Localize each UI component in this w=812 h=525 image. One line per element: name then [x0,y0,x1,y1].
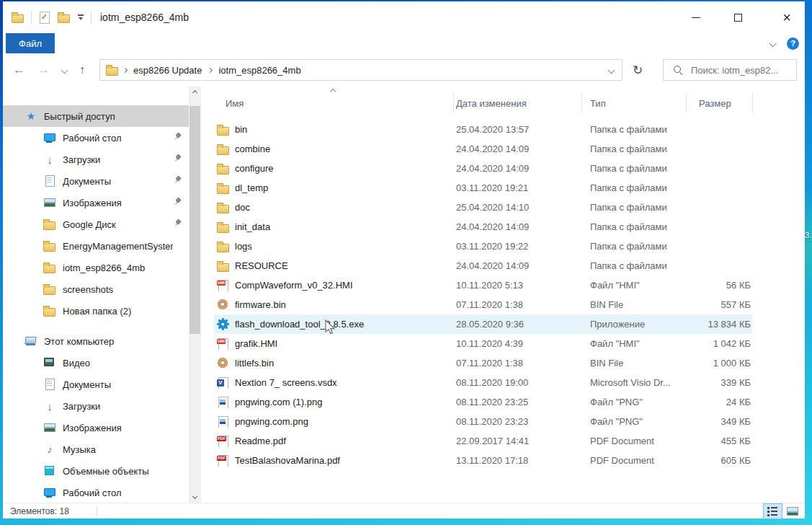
quick-access-toolbar [3,11,92,24]
sidebar-item[interactable]: Документы [3,170,189,192]
column-headers: Имя Дата изменения Тип Размер [201,87,805,120]
sidebar-item[interactable]: Быстрый доступ [3,105,189,127]
sidebar-item[interactable]: Рабочий стол [3,482,189,503]
sidebar-item[interactable]: Изображения [3,417,189,438]
file-row[interactable]: grafik.HMI 10.11.2020 4:39 Файл "HMI" 1 … [201,334,805,353]
file-row[interactable]: Nextion 7_ screens.vsdx 08.11.2020 19:00… [201,373,805,392]
properties-check-icon[interactable] [38,11,51,24]
back-button[interactable]: ← [13,63,25,77]
file-row[interactable]: combine 24.04.2020 14:09 Папка с файлами [201,139,805,159]
file-row[interactable]: bin 25.04.2020 13:57 Папка с файлами [201,120,805,139]
ribbon-collapse-icon[interactable] [769,40,777,47]
close-button[interactable]: × [777,1,796,33]
file-row[interactable]: logs 03.11.2020 19:22 Папка с файлами [201,237,805,256]
pin-icon[interactable] [173,154,182,165]
sidebar-item[interactable]: Новая папка (2) [3,300,189,322]
ribbon-tabs [55,33,156,53]
file-row[interactable]: doc 25.04.2020 14:10 Папка с файлами [201,198,805,217]
details-view-icon [767,507,778,516]
maximize-button[interactable] [728,1,747,33]
breadcrumb-segment[interactable]: iotm_esp8266_4mb [212,65,307,76]
recent-locations-icon[interactable] [61,66,68,74]
refresh-button[interactable]: ↻ [625,59,650,81]
pin-icon[interactable] [173,219,182,230]
scrollbar-thumb[interactable] [189,106,200,334]
column-header-name[interactable]: Имя [217,92,453,114]
file-type: Файл "HMI" [581,338,686,349]
forward-button[interactable]: → [37,63,50,77]
address-dropdown-button[interactable] [600,60,622,80]
sidebar-item[interactable]: Рабочий стол [3,127,189,149]
file-name: littlefs.bin [235,358,274,369]
column-header-type[interactable]: Тип [581,92,686,114]
folder-icon [43,239,56,252]
sidebar-item[interactable]: Загрузки [3,149,189,170]
scroll-down-button[interactable] [189,490,201,503]
sidebar-item[interactable]: Загрузки [3,395,189,417]
pin-icon[interactable] [173,132,182,144]
file-row[interactable]: littlefs.bin 07.11.2020 1:38 BIN File 1 … [201,353,805,373]
folder-icon [217,162,229,175]
sidebar-item[interactable]: EnergyManagementSystemN [3,235,189,257]
sidebar-item[interactable]: Музыка [3,438,189,460]
column-header-size[interactable]: Размер [686,92,752,114]
ribbon-tab[interactable] [126,33,156,53]
file-size: 13 834 КБ [686,319,752,330]
minimize-button[interactable] [687,1,705,33]
sidebar-item[interactable]: Изображения [3,192,189,213]
file-date: 07.11.2020 1:38 [453,299,581,310]
desktop-icon [43,131,56,144]
details-view-button[interactable] [763,503,782,519]
sidebar-item-label: Загрузки [63,154,100,165]
sidebar-item[interactable]: Видео [3,352,189,374]
folder-icon [43,283,56,296]
file-date: 10.11.2020 5:13 [453,280,581,291]
sidebar-item[interactable]: iotm_esp8266_4mb [3,257,189,278]
address-bar[interactable]: esp8266 Update iotm_esp8266_4mb [99,59,623,81]
folder-icon[interactable] [58,11,71,24]
column-header-extra[interactable] [752,92,788,114]
file-row[interactable]: init_data 24.04.2020 14:09 Папка с файла… [201,217,805,237]
png-icon [217,396,229,408]
file-type: Папка с файлами [581,144,686,154]
pin-icon[interactable] [173,197,182,208]
file-name: flash_download_tool_3.8.5.exe [235,319,364,330]
file-type: Папка с файлами [581,182,686,193]
file-row[interactable]: dl_temp 03.11.2020 19:21 Папка с файлами [201,178,805,198]
tab-file[interactable]: Файл [6,33,55,53]
sidebar-item[interactable]: screenshots [3,278,189,300]
sidebar-item-label: Изображения [63,423,122,433]
file-row[interactable]: pngwing.com (1).png 08.11.2020 23:25 Фай… [201,392,805,412]
thumbnails-view-button[interactable] [782,503,802,519]
breadcrumb-segment[interactable]: esp8266 Update [127,65,208,76]
ribbon-tab-bar: Файл ? [3,33,805,53]
file-date: 08.11.2020 23:23 [453,416,581,427]
file-size: 349 КБ [686,416,752,427]
search-box[interactable]: Поиск: iotm_esp82... [663,59,797,81]
help-icon[interactable]: ? [787,38,799,50]
hmi-icon [217,338,229,350]
file-row[interactable]: firmware.bin 07.11.2020 1:38 BIN File 55… [201,295,805,314]
file-row[interactable]: pngwing.com.png 08.11.2020 23:23 Файл "P… [201,412,805,431]
up-button[interactable]: ↑ [79,63,85,76]
sidebar-item[interactable]: Google Диск [3,213,189,235]
sidebar-scrollbar[interactable] [189,87,201,503]
file-row[interactable]: TestBalashovaMarina.pdf 13.11.2020 17:18… [201,451,805,470]
file-row[interactable]: RESOURCE 24.04.2020 14:09 Папка с файлам… [201,256,805,275]
column-header-date[interactable]: Дата изменения [453,92,581,114]
sidebar-item[interactable]: Объемные объекты [3,460,189,482]
maximize-icon [734,14,742,22]
scroll-up-button[interactable] [189,87,201,99]
ribbon-tab[interactable] [92,33,122,53]
folder-icon [43,304,56,317]
pin-icon[interactable] [173,175,182,187]
ribbon-tab[interactable] [58,33,89,53]
sidebar-item[interactable]: Этот компьютер [3,330,189,352]
file-row[interactable]: flash_download_tool_3.8.5.exe 28.05.2020… [201,314,805,334]
search-input[interactable]: Поиск: iotm_esp82... [691,65,778,76]
file-row[interactable]: configure 24.04.2020 14:09 Папка с файла… [201,159,805,178]
qat-dropdown-icon[interactable] [77,14,84,21]
file-row[interactable]: CompWaveform_v0_32.HMI 10.11.2020 5:13 Ф… [201,275,805,295]
sidebar-item[interactable]: Документы [3,374,189,395]
file-row[interactable]: Readme.pdf 22.09.2017 14:41 PDF Document… [201,431,805,451]
